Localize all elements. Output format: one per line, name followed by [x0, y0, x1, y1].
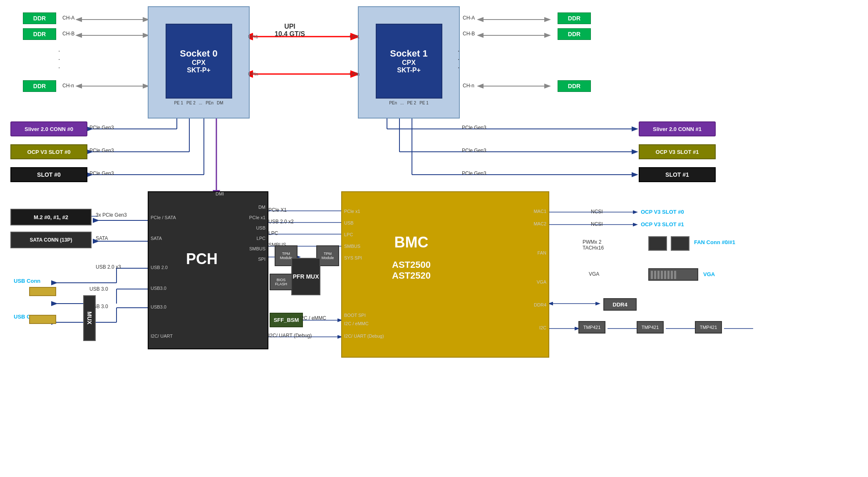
- usb-conn1-visual: [29, 287, 56, 296]
- pcie-gen3-s0-label: PCle Gen3: [89, 125, 114, 131]
- dmi-label-pch: DMI: [216, 191, 224, 196]
- upi1-right-label: UPI1: [350, 34, 360, 39]
- i2c-emmc-label: I2C / eMMC: [300, 315, 326, 321]
- pcie-gen3-ocp1-label: PCle Gen3: [462, 148, 486, 153]
- dots-right-3: .: [458, 62, 459, 70]
- slot1-box: SLOT #1: [639, 167, 716, 182]
- pch-usb30-label: USB3.0: [151, 286, 166, 291]
- upi-label: UPI 10.4 GT/S: [275, 23, 305, 38]
- pch-usb30b-label: USB3.0: [151, 304, 166, 309]
- socket0-box: Socket 0 CPX SKT-P+ PE 1 PE 2 ... PEn DM: [148, 6, 250, 119]
- ddr-s0-chb: DDR: [23, 28, 56, 40]
- socket1-pen-label: PEn: [389, 101, 397, 105]
- socket0-pen2-label: PEn: [206, 101, 213, 105]
- sff-box: SFF_BSM: [270, 313, 303, 327]
- socket1-dots: ...: [400, 101, 404, 105]
- mux-box: MUX: [83, 295, 96, 341]
- socket0-pe2-label: PE 2: [186, 101, 196, 105]
- pcie-gen3-slot0-label: PCle Gen3: [89, 171, 114, 176]
- ddr-s1-cha: DDR: [558, 12, 591, 24]
- pch-i2cuart-label: I2C/ UART: [151, 334, 173, 339]
- bmc-smbus-label: SMBUS: [344, 244, 360, 249]
- socket1-pe1-label: PE 1: [419, 101, 429, 105]
- socket1-pe2-label: PE 2: [407, 101, 416, 105]
- ocp0-box: OCP V3 SLOT #0: [10, 144, 87, 159]
- bmc-fan-label: FAN: [538, 250, 546, 255]
- i2c-uart-debug-label: I2C/ UART (Debug): [268, 333, 312, 339]
- vga-conn-label: VGA: [589, 271, 599, 277]
- lpc-conn-label: LPC: [268, 230, 278, 236]
- usb-20x3-label-pch: USB 2.0 x3: [96, 264, 121, 270]
- bmc-mac1-label: MAC1: [533, 209, 546, 214]
- pcie-gen3-ocp0-label: PCle Gen3: [89, 148, 114, 153]
- pch-usb-label: USB: [256, 225, 265, 230]
- chn-label-right: CH-n: [463, 83, 474, 89]
- usb-conn2-visual: [29, 315, 56, 324]
- chn-label-left: CH-n: [62, 83, 74, 89]
- bmc-pciex1-label: PCle x1: [344, 209, 360, 214]
- dots-left-2: .: [58, 54, 60, 62]
- upin-left-label: UPIn: [248, 72, 258, 77]
- tmp421-3: TMP421: [695, 321, 722, 334]
- dots-left-1: .: [58, 46, 60, 53]
- bmc-i2cemmc-label: I2C / eMMC: [344, 321, 369, 326]
- socket0-dm-label: DM: [217, 101, 223, 105]
- dots-left-3: .: [58, 62, 60, 70]
- upin-right-label: UPIn: [350, 72, 360, 77]
- socket1-sub2: SKT-P+: [397, 67, 420, 74]
- pch-smbus-label: SMBUS: [249, 246, 265, 251]
- ocp-slot1-right: OCP V3 SLOT #1: [641, 221, 684, 227]
- block-diagram: UPI 10.4 GT/S Socket 0 CPX SKT-P+ PE 1 P…: [0, 0, 868, 477]
- pfr-box: PFR MUX: [291, 258, 320, 295]
- ocp-slot0-right: OCP V3 SLOT #0: [641, 209, 684, 215]
- vga-right-label: VGA: [703, 271, 715, 277]
- pwm-label: PWMx 2: [583, 239, 601, 245]
- socket0-pe1-label: PE 1: [174, 101, 183, 105]
- bmc-i2cuart-label: I2C/ UART (Debug): [344, 334, 384, 339]
- bmc-i2c-label: I2C: [539, 325, 546, 330]
- pch-lpc-label: LPC: [257, 236, 265, 241]
- socket0-sub2: SKT-P+: [187, 67, 210, 74]
- socket0-pen-label: ...: [199, 101, 202, 105]
- fan-conn1: [671, 236, 689, 251]
- usb-conn1-label: USB Conn: [14, 278, 40, 284]
- ncsi2-label: NCSI: [591, 221, 603, 227]
- m2-box: M.2 #0, #1, #2: [10, 209, 92, 225]
- pch-usb20-label: USB 2.0: [151, 265, 168, 270]
- socket0-sub1: CPX: [192, 59, 206, 67]
- socket1-box: Socket 1 CPX SKT-P+ PEn ... PE 2 PE 1: [358, 6, 460, 119]
- tmp421-1: TMP421: [578, 321, 605, 334]
- bmc-mac2-label: MAC2: [533, 221, 546, 226]
- pch-dm-label: DM: [258, 205, 265, 210]
- ddr4-box: DDR4: [603, 298, 637, 311]
- chb-label-left: CH-B: [62, 31, 74, 37]
- pch-spi-label: SPI: [258, 257, 265, 262]
- pch-title: PCH: [186, 250, 218, 268]
- dots-right-2: .: [458, 54, 459, 62]
- chb-label-right: CH-B: [463, 31, 475, 37]
- sata-conn-box: SATA CONN (13P): [10, 232, 92, 248]
- sliver1-box: Sliver 2.0 CONN #1: [639, 121, 716, 136]
- dots-right-1: .: [458, 46, 459, 53]
- pch-pcie-sata-label: PCIe / SATA: [151, 215, 176, 220]
- vga-conn: [648, 268, 698, 281]
- bmc-sysspi-label: SYS SPI: [344, 255, 362, 260]
- usb-30-label-1: USB 3.0: [89, 286, 108, 292]
- pch-sata-label: SATA: [151, 236, 162, 241]
- m2-pcie-label: 3x PCle Gen3: [96, 212, 127, 218]
- cha-label-left: CH-A: [62, 15, 74, 21]
- socket0-label: Socket 0: [180, 48, 218, 59]
- usb-20x2-label: USB 2.0 x2: [268, 219, 294, 225]
- fan-conn0: [648, 236, 667, 251]
- sata-label: SATA: [96, 235, 108, 241]
- bios-box: BIOS FLASH: [270, 274, 293, 290]
- ddr-s0-chn: DDR: [23, 80, 56, 92]
- pcie-gen3-s1-label: PCle Gen3: [462, 125, 486, 131]
- ocp1-box: OCP V3 SLOT #1: [639, 144, 716, 159]
- bmc-bootspi-label: BOOT SPI: [344, 313, 366, 318]
- bmc-sub1: AST2500: [392, 260, 431, 270]
- socket1-label: Socket 1: [390, 48, 428, 59]
- bmc-usb-label: USB: [344, 220, 354, 225]
- socket1-sub1: CPX: [402, 59, 416, 67]
- ncsi1-label: NCSI: [591, 209, 603, 215]
